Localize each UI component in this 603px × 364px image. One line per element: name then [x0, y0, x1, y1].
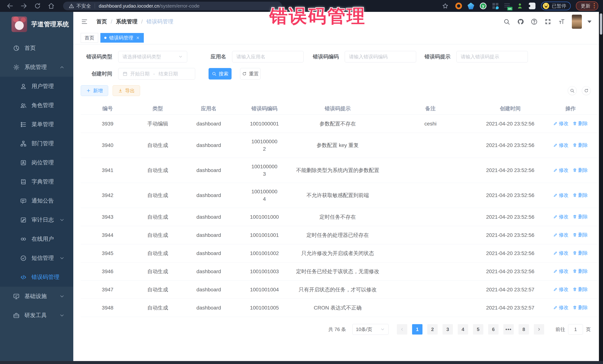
- edit-link[interactable]: 修改: [553, 191, 568, 199]
- delete-link[interactable]: 删除: [573, 249, 588, 257]
- edit-link[interactable]: 修改: [553, 231, 568, 239]
- help-icon[interactable]: [531, 18, 538, 25]
- back-icon[interactable]: [6, 2, 14, 10]
- sidebar-item-gear[interactable]: 系统管理: [0, 58, 73, 77]
- search-button[interactable]: 搜索: [209, 68, 232, 79]
- add-button[interactable]: 新增: [81, 85, 108, 96]
- delete-link[interactable]: 删除: [573, 231, 588, 239]
- caret-down-icon[interactable]: [587, 21, 591, 23]
- tab-item[interactable]: 首页: [81, 33, 98, 43]
- extension-green-y-icon[interactable]: [480, 3, 487, 9]
- delete-link[interactable]: 删除: [573, 120, 588, 127]
- page-button-6[interactable]: 6: [488, 324, 499, 334]
- extension-blue-icon[interactable]: [468, 3, 474, 9]
- delete-link[interactable]: 删除: [573, 304, 588, 311]
- page-button-3[interactable]: 3: [442, 324, 453, 334]
- extension-grid-icon[interactable]: [492, 3, 499, 9]
- edit-link[interactable]: 修改: [553, 286, 568, 293]
- delete-link[interactable]: 删除: [573, 286, 588, 293]
- page-button-4[interactable]: 4: [458, 324, 468, 334]
- font-size-icon[interactable]: [558, 18, 565, 25]
- edit-link[interactable]: 修改: [553, 267, 568, 275]
- page-button-2[interactable]: 2: [427, 324, 438, 334]
- extension-person-icon[interactable]: [517, 3, 523, 9]
- user-avatar[interactable]: [572, 15, 582, 29]
- sidebar-item-users[interactable]: 角色管理: [0, 96, 73, 115]
- prev-page-button[interactable]: [397, 324, 407, 334]
- sidebar-item-notice[interactable]: 通知公告: [0, 191, 73, 210]
- home-icon[interactable]: [47, 2, 55, 10]
- sidebar-item-tools[interactable]: 研发工具: [0, 306, 73, 325]
- column-header: 类型: [135, 105, 181, 112]
- breadcrumb-item[interactable]: 首页: [96, 18, 107, 25]
- error-code-type-select[interactable]: 请选择错误码类型: [118, 51, 187, 62]
- breadcrumb-item[interactable]: 系统管理: [116, 18, 138, 25]
- page-size-select[interactable]: 10条/页: [352, 324, 389, 335]
- date-range-picker[interactable]: 开始日期 - 结束日期: [118, 68, 195, 79]
- edit-link[interactable]: 修改: [553, 213, 568, 220]
- tab-active[interactable]: 错误码管理: [100, 33, 144, 43]
- more-pages-button[interactable]: •••: [503, 324, 514, 334]
- cell-time: 2021-04-20 23:52:57: [478, 299, 543, 317]
- next-page-button[interactable]: [534, 324, 544, 334]
- sidebar-item-post[interactable]: 岗位管理: [0, 153, 73, 172]
- goto-page-input[interactable]: [568, 324, 583, 334]
- edit-link[interactable]: 修改: [553, 304, 568, 311]
- cell-message: 不允许获取敏感配置到前端: [292, 187, 383, 204]
- sidebar-item-org[interactable]: 部门管理: [0, 134, 73, 153]
- trash-icon: [573, 287, 577, 292]
- chevron-down-icon: [178, 54, 183, 59]
- address-bar[interactable]: 不安全 dashboard.yudao.iocoder.cn /system/e…: [63, 2, 282, 10]
- trash-icon: [573, 168, 577, 172]
- sidebar-item-dashboard[interactable]: 首页: [0, 39, 73, 58]
- sidebar-item-audit[interactable]: 审计日志: [0, 210, 73, 230]
- delete-link[interactable]: 删除: [573, 213, 588, 220]
- sidebar-item-infra[interactable]: 基础设施: [0, 287, 73, 306]
- sidebar-item-dict[interactable]: 字典管理: [0, 172, 73, 191]
- edit-link[interactable]: 修改: [553, 249, 568, 257]
- edit-link[interactable]: 修改: [553, 120, 568, 127]
- page-button-1[interactable]: 1: [412, 324, 422, 334]
- trash-icon: [573, 232, 577, 237]
- delete-link[interactable]: 删除: [573, 191, 588, 199]
- sidebar-item-label: 短信管理: [32, 254, 54, 262]
- forward-icon[interactable]: [20, 2, 27, 10]
- page-button-5[interactable]: 5: [473, 324, 483, 334]
- cell-time: 2021-04-20 23:52:56: [478, 226, 543, 244]
- toggle-search-button[interactable]: [568, 86, 577, 95]
- sidebar-item-code[interactable]: 错误码管理: [0, 268, 73, 287]
- bookmark-star-icon[interactable]: [442, 3, 449, 9]
- kebab-menu-icon[interactable]: [594, 3, 595, 9]
- page-button-8[interactable]: 8: [519, 324, 529, 334]
- sidebar-item-sms[interactable]: 短信管理: [0, 249, 73, 268]
- reload-icon[interactable]: [34, 2, 41, 10]
- extension-list-icon[interactable]: on: [504, 3, 511, 9]
- edit-link[interactable]: 修改: [553, 141, 568, 149]
- browser-update-button[interactable]: 更新: [576, 1, 598, 10]
- edit-link[interactable]: 修改: [553, 166, 568, 174]
- error-hint-input[interactable]: [456, 51, 528, 62]
- fullscreen-icon[interactable]: [544, 18, 551, 25]
- export-button[interactable]: 导出: [113, 85, 140, 96]
- reset-button[interactable]: 重置: [240, 68, 260, 79]
- sidebar-item-user[interactable]: 用户管理: [0, 77, 73, 96]
- hamburger-icon[interactable]: [81, 19, 88, 25]
- refresh-table-button[interactable]: [582, 86, 591, 95]
- search-icon[interactable]: [503, 18, 510, 25]
- delete-link[interactable]: 删除: [573, 166, 588, 174]
- sidebar-item-online[interactable]: 在线用户: [0, 230, 73, 249]
- github-icon[interactable]: [517, 18, 524, 25]
- error-code-input[interactable]: [345, 51, 416, 62]
- extension-orange-icon[interactable]: [455, 3, 462, 9]
- close-icon[interactable]: [136, 36, 140, 40]
- app-name-input[interactable]: [232, 51, 303, 62]
- app-logo[interactable]: 芋道管理系统: [0, 12, 73, 36]
- profile-paused-pill[interactable]: 已暂停: [541, 2, 571, 10]
- app-title: 芋道管理系统: [31, 20, 69, 29]
- scrollbar-thumb[interactable]: [600, 13, 602, 35]
- extensions-puzzle-icon[interactable]: [529, 3, 535, 9]
- delete-link[interactable]: 删除: [573, 141, 588, 149]
- sidebar-item-menu-tree[interactable]: 菜单管理: [0, 115, 73, 134]
- delete-link[interactable]: 删除: [573, 267, 588, 275]
- cell-app: dashboard: [181, 299, 237, 317]
